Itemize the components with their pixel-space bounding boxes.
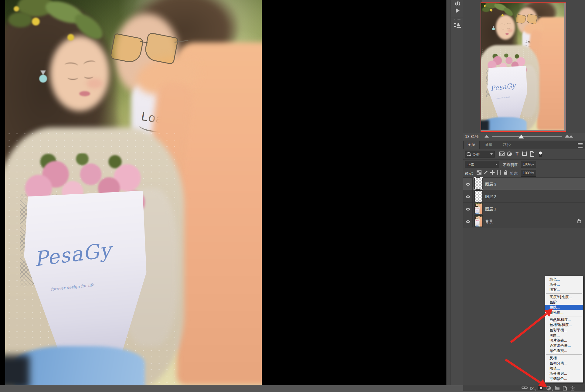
- menu-item-curves[interactable]: 曲线...: [545, 305, 583, 310]
- menu-item-invert[interactable]: 反相: [545, 356, 583, 361]
- menu-item-photo-filter[interactable]: 照片滤镜...: [545, 338, 583, 343]
- layer-thumbnail[interactable]: [475, 178, 482, 189]
- blue-dress-fabric: [484, 117, 527, 130]
- navigator-thumbnail-image: Loading PesaGy forever design for life: [481, 3, 564, 130]
- visibility-toggle[interactable]: [463, 190, 473, 202]
- menu-item-solid-color[interactable]: 纯色...: [545, 277, 583, 282]
- opacity-label: 不透明度:: [503, 162, 519, 168]
- blend-mode-select[interactable]: 正常: [465, 161, 499, 168]
- opacity-select[interactable]: 100%: [521, 161, 536, 168]
- layer-thumbnail[interactable]: [475, 191, 482, 202]
- background-lock-icon: [577, 219, 581, 224]
- layer-style-fx-icon[interactable]: fx: [530, 386, 534, 390]
- layer-filter-row: 类型 T: [463, 149, 585, 160]
- zoom-percentage[interactable]: 18.81%: [465, 134, 478, 139]
- tab-layers[interactable]: 图层: [463, 141, 480, 149]
- menu-item-exposure[interactable]: 曝光度...: [545, 310, 583, 315]
- layer-list: 图层 3 图层 2 Loading: [463, 178, 585, 227]
- smart-object-filter-icon[interactable]: [529, 151, 535, 157]
- menu-item-vibrance[interactable]: 自然饱和度...: [545, 317, 583, 322]
- panel-menu-icon[interactable]: [578, 143, 583, 148]
- layer-row-2[interactable]: 图层 2: [463, 190, 585, 203]
- panel-tab-bar: 图层 通道 路径: [463, 141, 585, 149]
- zoom-slider-thumb[interactable]: [519, 135, 524, 138]
- layers-panel-bottom-bar: fx: [463, 385, 585, 391]
- woman-lips: [505, 33, 509, 35]
- add-layer-mask-icon[interactable]: [538, 386, 543, 391]
- history-panel-icon[interactable]: [451, 0, 464, 5]
- actions-panel-icon[interactable]: [451, 5, 464, 16]
- menu-item-gradient[interactable]: 渐变...: [545, 282, 583, 287]
- blue-dress-fabric: [14, 346, 145, 385]
- lock-position-icon[interactable]: [490, 170, 495, 175]
- layer-name[interactable]: 图层 1: [485, 206, 496, 212]
- navigator-zoom-row: 18.81%: [463, 133, 585, 141]
- fill-label: 填充:: [510, 171, 518, 176]
- lock-row: 锁定: 填充: 100%: [463, 169, 585, 178]
- tab-channels[interactable]: 通道: [481, 141, 497, 149]
- earring: [476, 205, 476, 206]
- lock-all-icon[interactable]: [503, 170, 508, 175]
- layer-row-3[interactable]: 图层 3: [463, 178, 585, 190]
- menu-item-posterize[interactable]: 色调分离...: [545, 361, 583, 366]
- navigator-thumbnail[interactable]: Loading PesaGy forever design for life: [481, 2, 566, 132]
- type-layer-filter-icon[interactable]: T: [514, 151, 520, 157]
- layer-name[interactable]: 背景: [485, 219, 493, 224]
- layer-thumbnail[interactable]: Loading PesaGy forever design for life: [475, 203, 482, 214]
- woman-lips: [79, 91, 90, 96]
- woman-face: [496, 15, 515, 40]
- new-adjustment-layer-icon[interactable]: [546, 386, 551, 391]
- menu-item-pattern[interactable]: 图案...: [545, 287, 583, 292]
- shape-layer-filter-icon[interactable]: [522, 151, 527, 157]
- new-group-icon[interactable]: [554, 386, 560, 391]
- tool-presets-panel-icon[interactable]: [451, 20, 464, 31]
- layer-row-background[interactable]: Loading PesaGy forever design for life: [463, 215, 585, 227]
- tab-paths[interactable]: 路径: [499, 141, 515, 149]
- photo-canvas: Loading PesaGy forever design for life: [5, 0, 262, 385]
- adjustment-layer-menu: 纯色... 渐变... 图案... 亮度/对比度... 色阶... 曲线... …: [545, 276, 583, 383]
- lock-artboard-icon[interactable]: [497, 170, 502, 175]
- menu-item-color-balance[interactable]: 色彩平衡...: [545, 328, 583, 333]
- zoom-slider-track[interactable]: [492, 136, 562, 137]
- filter-toggle-icon[interactable]: [538, 151, 543, 157]
- layer-name[interactable]: 图层 3: [485, 182, 496, 187]
- lock-transparent-pixels-icon[interactable]: [477, 170, 482, 175]
- blend-mode-row: 正常 不透明度: 100%: [463, 160, 585, 169]
- earring: [39, 75, 47, 83]
- menu-item-levels[interactable]: 色阶...: [545, 300, 583, 305]
- search-icon: [467, 152, 471, 156]
- layer-filter-type-select[interactable]: 类型: [465, 151, 495, 158]
- delete-layer-icon[interactable]: [570, 386, 575, 391]
- new-layer-icon[interactable]: [563, 386, 567, 391]
- menu-item-threshold[interactable]: 阈值...: [545, 366, 583, 371]
- lock-label: 锁定:: [465, 171, 473, 176]
- earring: [476, 218, 476, 218]
- woman-face: [50, 36, 109, 111]
- navigator-tab-notch: [482, 0, 500, 2]
- menu-item-brightness-contrast[interactable]: 亮度/对比度...: [545, 295, 583, 300]
- layer-thumbnail[interactable]: Loading PesaGy forever design for life: [475, 216, 482, 227]
- menu-item-color-lookup[interactable]: 颜色查找...: [545, 348, 583, 353]
- collapsed-panels-strip: [451, 0, 464, 385]
- canvas-area: Loading PesaGy forever design for life: [0, 0, 446, 385]
- visibility-toggle[interactable]: [463, 203, 473, 215]
- visibility-toggle[interactable]: [463, 178, 473, 190]
- blue-dress-fabric: [475, 213, 479, 214]
- zoom-out-icon[interactable]: [485, 135, 489, 138]
- earring: [492, 28, 495, 30]
- adjustment-layer-filter-icon[interactable]: [507, 151, 512, 157]
- menu-item-black-white[interactable]: 黑白...: [545, 333, 583, 338]
- pixel-layer-filter-icon[interactable]: [499, 151, 505, 157]
- menu-item-gradient-map[interactable]: 渐变映射...: [545, 371, 583, 376]
- visibility-toggle[interactable]: [463, 215, 473, 227]
- menu-item-selective-color[interactable]: 可选颜色...: [545, 376, 583, 381]
- fill-select[interactable]: 100%: [521, 170, 536, 177]
- layer-name[interactable]: 图层 2: [485, 194, 496, 199]
- blue-dress-fabric: [475, 225, 479, 227]
- link-layers-icon[interactable]: [522, 386, 528, 390]
- lock-image-pixels-icon[interactable]: [483, 170, 488, 175]
- menu-item-channel-mixer[interactable]: 通道混合器...: [545, 343, 583, 348]
- menu-item-hue-saturation[interactable]: 色相/饱和度...: [545, 322, 583, 328]
- layer-row-1[interactable]: Loading PesaGy forever design for life: [463, 203, 585, 215]
